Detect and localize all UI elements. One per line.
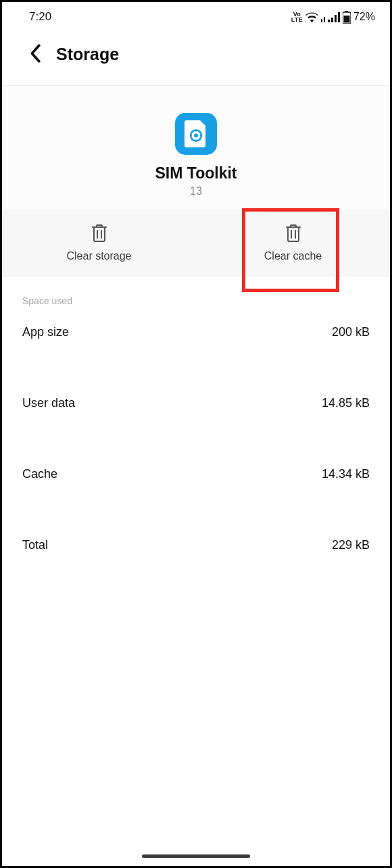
home-indicator[interactable] bbox=[142, 854, 250, 858]
svg-rect-8 bbox=[343, 16, 349, 23]
svg-rect-1 bbox=[324, 17, 325, 22]
page-title: Storage bbox=[56, 45, 119, 64]
svg-point-18 bbox=[194, 134, 198, 138]
row-label: App size bbox=[22, 325, 69, 339]
row-user-data: User data 14.85 kB bbox=[22, 387, 370, 458]
battery-percent: 72% bbox=[353, 11, 375, 23]
row-app-size: App size 200 kB bbox=[22, 316, 370, 387]
trash-icon bbox=[92, 224, 107, 242]
svg-rect-2 bbox=[328, 20, 330, 22]
row-value: 229 kB bbox=[332, 538, 370, 552]
header: Storage bbox=[2, 29, 390, 85]
row-value: 200 kB bbox=[332, 325, 370, 339]
app-icon bbox=[175, 113, 217, 155]
svg-line-14 bbox=[192, 131, 193, 132]
status-indicators: Vo LTE 72% bbox=[291, 11, 375, 24]
row-total: Total 229 kB bbox=[22, 529, 370, 600]
app-name: SIM Toolkit bbox=[2, 164, 390, 183]
row-cache: Cache 14.34 kB bbox=[22, 458, 370, 529]
section-title: Space used bbox=[22, 295, 370, 306]
svg-rect-3 bbox=[331, 18, 333, 22]
svg-rect-0 bbox=[321, 19, 322, 22]
app-info: SIM Toolkit 13 bbox=[2, 85, 390, 210]
row-label: Cache bbox=[22, 467, 57, 481]
svg-rect-4 bbox=[335, 15, 337, 22]
svg-line-16 bbox=[192, 139, 193, 140]
chevron-left-icon bbox=[29, 44, 41, 63]
action-bar: Clear storage Clear cache bbox=[2, 210, 390, 276]
clear-storage-button[interactable]: Clear storage bbox=[2, 210, 196, 276]
svg-line-15 bbox=[199, 139, 200, 140]
signal-weak-icon bbox=[321, 12, 325, 22]
trash-icon bbox=[286, 224, 301, 242]
clear-cache-label: Clear cache bbox=[264, 250, 322, 262]
wifi-icon bbox=[305, 12, 318, 22]
app-version: 13 bbox=[2, 185, 390, 197]
svg-rect-5 bbox=[338, 12, 340, 22]
clear-cache-button[interactable]: Clear cache bbox=[196, 210, 390, 276]
clear-storage-label: Clear storage bbox=[66, 250, 131, 262]
row-label: User data bbox=[22, 396, 75, 410]
row-value: 14.34 kB bbox=[322, 467, 370, 481]
status-time: 7:20 bbox=[29, 10, 51, 24]
row-value: 14.85 kB bbox=[322, 396, 370, 410]
back-button[interactable] bbox=[29, 44, 41, 65]
row-label: Total bbox=[22, 538, 48, 552]
signal-icon bbox=[328, 12, 340, 22]
space-used-section: Space used App size 200 kB User data 14.… bbox=[2, 276, 390, 600]
volte-icon: Vo LTE bbox=[291, 11, 303, 22]
battery-icon bbox=[343, 11, 351, 24]
status-bar: 7:20 Vo LTE 72% bbox=[2, 2, 390, 29]
svg-line-17 bbox=[199, 131, 200, 132]
